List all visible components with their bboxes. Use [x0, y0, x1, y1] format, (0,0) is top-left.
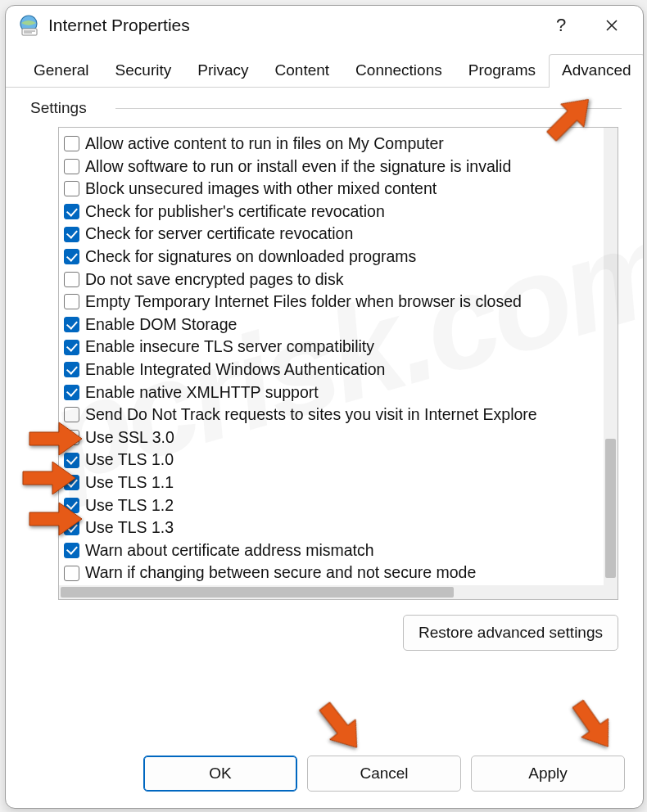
settings-item[interactable]: Use TLS 1.2	[62, 494, 600, 517]
settings-item[interactable]: Block unsecured images with other mixed …	[62, 178, 600, 201]
settings-item[interactable]: Check for signatures on downloaded progr…	[62, 246, 600, 268]
settings-item[interactable]: Allow active content to run in files on …	[62, 133, 600, 156]
internet-properties-dialog: Internet Properties ? GeneralSecurityPri…	[5, 5, 644, 809]
tab-general[interactable]: General	[20, 54, 102, 88]
settings-item-label: Do not save encrypted pages to disk	[85, 269, 343, 291]
cancel-button[interactable]: Cancel	[307, 756, 461, 792]
settings-item[interactable]: Empty Temporary Internet Files folder wh…	[62, 291, 600, 314]
settings-item[interactable]: Use TLS 1.3	[62, 517, 600, 539]
vertical-scrollbar[interactable]	[604, 128, 618, 585]
settings-item-label: Allow active content to run in files on …	[85, 133, 444, 155]
ok-button[interactable]: OK	[143, 756, 297, 792]
settings-item[interactable]: Enable DOM Storage	[62, 314, 600, 336]
checkbox[interactable]	[64, 159, 79, 174]
svg-rect-1	[22, 29, 37, 35]
restore-advanced-settings-button[interactable]: Restore advanced settings	[403, 615, 618, 651]
settings-item[interactable]: Check for server certificate revocation	[62, 223, 600, 246]
checkbox[interactable]	[64, 340, 79, 355]
checkbox[interactable]	[64, 272, 79, 287]
tab-programs[interactable]: Programs	[455, 54, 549, 88]
settings-item-label: Allow software to run or install even if…	[85, 156, 511, 178]
settings-item[interactable]: Warn about certificate address mismatch	[62, 539, 600, 562]
settings-item[interactable]: Enable native XMLHTTP support	[62, 381, 600, 404]
checkbox[interactable]	[64, 317, 79, 332]
vertical-scroll-thumb[interactable]	[605, 439, 616, 578]
settings-item-label: Warn about certificate address mismatch	[85, 540, 374, 562]
tab-connections[interactable]: Connections	[342, 54, 455, 88]
apply-button[interactable]: Apply	[471, 756, 625, 792]
checkbox[interactable]	[64, 204, 79, 219]
settings-item-label: Use SSL 3.0	[85, 427, 174, 449]
checkbox[interactable]	[64, 294, 79, 309]
settings-item-label: Check for publisher's certificate revoca…	[85, 201, 385, 223]
checkbox[interactable]	[64, 430, 79, 445]
checkbox[interactable]	[64, 475, 79, 490]
settings-item-label: Empty Temporary Internet Files folder wh…	[85, 291, 522, 313]
advanced-tab-panel: pcrisk.com Settings Allow active content…	[6, 88, 643, 744]
checkbox[interactable]	[64, 227, 79, 242]
checkbox[interactable]	[64, 498, 79, 513]
settings-item-label: Enable DOM Storage	[85, 314, 237, 336]
window-title: Internet Properties	[48, 16, 538, 35]
settings-item-label: Send Do Not Track requests to sites you …	[85, 404, 537, 426]
settings-item[interactable]: Check for publisher's certificate revoca…	[62, 201, 600, 223]
help-button[interactable]: ?	[538, 9, 584, 42]
settings-item[interactable]: Enable Integrated Windows Authentication	[62, 359, 600, 381]
settings-item[interactable]: Use TLS 1.1	[62, 471, 600, 494]
title-bar: Internet Properties ?	[6, 6, 643, 45]
tab-advanced[interactable]: Advanced	[549, 54, 644, 88]
checkbox[interactable]	[64, 543, 79, 558]
close-button[interactable]	[589, 9, 635, 42]
checkbox[interactable]	[64, 362, 79, 377]
settings-item-label: Enable native XMLHTTP support	[85, 382, 319, 404]
tab-privacy[interactable]: Privacy	[184, 54, 261, 88]
horizontal-scrollbar[interactable]	[59, 585, 604, 599]
checkbox[interactable]	[64, 407, 79, 422]
tab-security[interactable]: Security	[102, 54, 185, 88]
checkbox[interactable]	[64, 249, 79, 264]
settings-item[interactable]: Warn if changing between secure and not …	[62, 562, 600, 584]
settings-group-label: Settings	[27, 96, 87, 119]
settings-item-label: Enable Integrated Windows Authentication	[85, 359, 385, 381]
checkbox[interactable]	[64, 385, 79, 400]
horizontal-scroll-thumb[interactable]	[61, 587, 454, 598]
tab-content[interactable]: Content	[262, 54, 343, 88]
settings-item[interactable]: Send Do Not Track requests to sites you …	[62, 404, 600, 426]
scroll-corner	[604, 585, 618, 599]
settings-item-label: Use TLS 1.3	[85, 517, 174, 539]
dialog-button-row: OK Cancel Apply	[6, 744, 643, 808]
settings-item-label: Enable insecure TLS server compatibility	[85, 336, 374, 358]
internet-options-icon	[17, 14, 40, 37]
settings-listbox[interactable]: Allow active content to run in files on …	[58, 127, 618, 600]
checkbox[interactable]	[64, 181, 79, 196]
checkbox[interactable]	[64, 520, 79, 535]
settings-item-label: Check for signatures on downloaded progr…	[85, 246, 416, 268]
settings-item[interactable]: Do not save encrypted pages to disk	[62, 268, 600, 291]
divider	[115, 108, 622, 109]
tab-strip: GeneralSecurityPrivacyContentConnections…	[6, 45, 643, 88]
checkbox[interactable]	[64, 453, 79, 468]
settings-item[interactable]: Use TLS 1.0	[62, 449, 600, 471]
checkbox[interactable]	[64, 136, 79, 151]
settings-item-label: Block unsecured images with other mixed …	[85, 178, 437, 200]
settings-item-label: Warn if changing between secure and not …	[85, 562, 476, 584]
settings-item-label: Use TLS 1.0	[85, 449, 174, 471]
settings-item-label: Check for server certificate revocation	[85, 223, 353, 245]
settings-item[interactable]: Enable insecure TLS server compatibility	[62, 336, 600, 359]
settings-item[interactable]: Use SSL 3.0	[62, 426, 600, 449]
settings-item[interactable]: Allow software to run or install even if…	[62, 156, 600, 178]
checkbox[interactable]	[64, 566, 79, 581]
settings-item-label: Use TLS 1.1	[85, 472, 174, 494]
settings-item-label: Use TLS 1.2	[85, 495, 174, 517]
